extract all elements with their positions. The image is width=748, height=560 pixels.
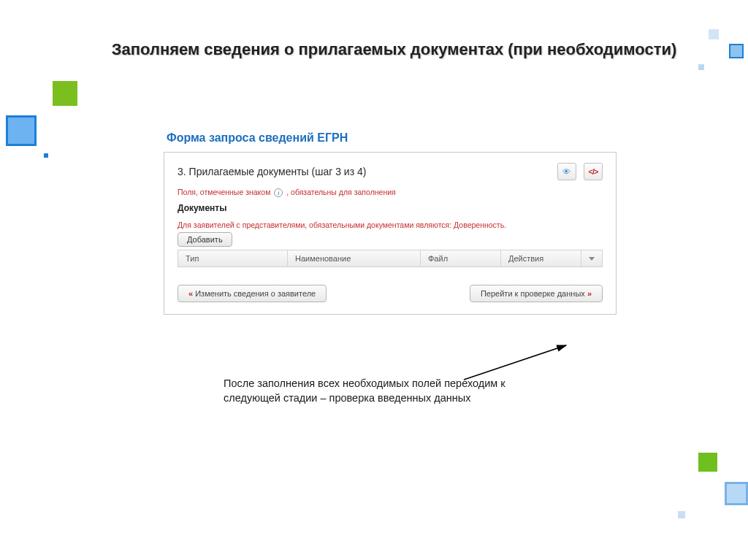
page-title: Заполняем сведения о прилагаемых докумен… [84,40,704,59]
form-panel: 3. Прилагаемые документы (шаг 3 из 4) 👁 … [164,152,617,315]
col-file: Файл [421,250,501,266]
deco-square [698,64,704,70]
chevron-right-icon: » [587,289,592,298]
documents-table-header: Тип Наименование Файл Действия [178,250,603,267]
svg-line-0 [464,345,566,380]
required-note-pre: Поля, отмеченные знаком [178,188,270,196]
form-heading: Форма запроса сведений ЕГРН [164,127,617,152]
representatives-note: Для заявителей с представителями, обязат… [178,220,603,229]
deco-square [53,81,77,106]
col-name: Наименование [288,250,421,266]
table-expand-button[interactable] [581,250,602,266]
step-title: 3. Прилагаемые документы (шаг 3 из 4) [178,166,366,177]
next-button-label: Перейти к проверке данных [481,289,585,298]
documents-section-label: Документы [178,203,603,213]
required-note-post: , обязательны для заполнения [286,188,396,196]
preview-button[interactable]: 👁 [557,163,576,180]
col-type: Тип [178,250,288,266]
deco-square [698,453,717,472]
deco-square [678,511,685,518]
deco-square [725,482,748,505]
next-button[interactable]: Перейти к проверке данных » [470,285,603,302]
deco-square [6,115,37,146]
chevron-down-icon [589,257,595,261]
chevron-left-icon: « [188,289,193,298]
back-button-label: Изменить сведения о заявителе [195,289,316,298]
view-xml-button[interactable]: </> [584,163,603,180]
add-document-button[interactable]: Добавить [178,232,232,247]
back-button[interactable]: « Изменить сведения о заявителе [178,285,327,302]
col-actions: Действия [501,250,581,266]
deco-square [44,153,48,158]
info-icon: i [274,188,283,197]
deco-square [709,29,719,39]
egrn-form: Форма запроса сведений ЕГРН 3. Прилагаем… [164,127,617,315]
deco-square [729,44,744,58]
required-fields-note: Поля, отмеченные знаком i , обязательны … [178,188,603,197]
slide-caption: После заполнения всех необходимых полей … [224,377,560,405]
